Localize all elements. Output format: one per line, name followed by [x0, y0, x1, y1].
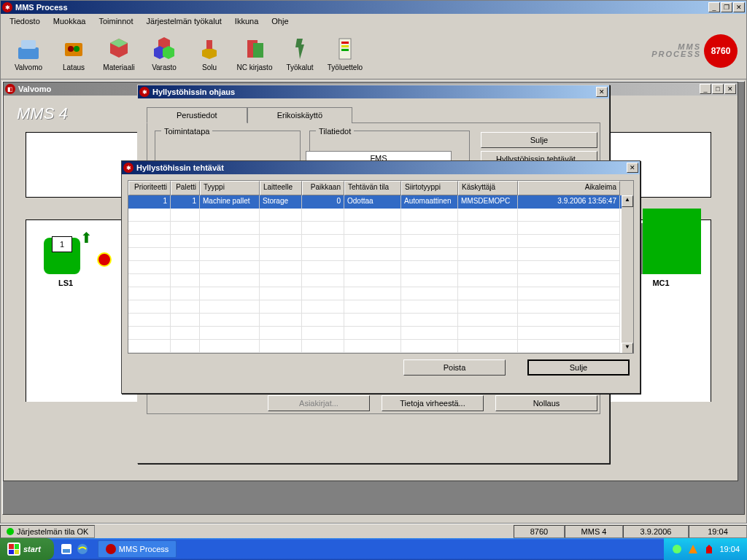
app-icon: ✱ [2, 2, 12, 12]
svg-rect-2 [65, 43, 82, 56]
mdi-area: ◧ Valvomo _ □ ✕ MMS 4 1 LS1 ⬆ [2, 81, 745, 515]
start-label: start [23, 545, 41, 553]
menu-tiedosto[interactable]: Tiedosto [4, 15, 46, 27]
brand: MMSPROCESS 8760 [651, 34, 738, 68]
ohjaus-title: Hyllystöhissin ohjaus [152, 88, 596, 96]
asiakirjat-button[interactable]: Asiakirjat... [268, 395, 370, 411]
menu-jarjestelman-tyokalut[interactable]: Järjestelmän työkalut [141, 15, 228, 27]
taskbar-app-button[interactable]: MMS Process [98, 540, 177, 558]
grid-row-selected[interactable]: 1 1 Machine pallet Storage 0 Odottaa Aut… [128, 195, 633, 209]
toolbar-valvomo[interactable]: Valvomo [7, 31, 50, 77]
valvomo-close[interactable]: ✕ [724, 84, 736, 94]
col-aikaleima[interactable]: Aikaleima [518, 181, 620, 195]
toolbar-nc-kirjasto[interactable]: NC kirjasto [233, 31, 276, 77]
toolbar-tyokalut[interactable]: Työkalut [278, 31, 322, 77]
col-paletti[interactable]: Paletti [171, 181, 200, 195]
grid-header: Prioriteetti Paletti Tyyppi Laitteelle P… [128, 181, 633, 195]
toolbar-varasto[interactable]: Varasto [142, 31, 186, 77]
app-title-bar: ✱ MMS Process _ ❐ ✕ [1, 1, 746, 14]
cell-laitteelle: Storage [260, 195, 302, 209]
windows-logo-icon [7, 542, 20, 556]
menu-toiminnot[interactable]: Toiminnot [93, 15, 139, 27]
ohjaus-icon: ✱ [139, 87, 150, 97]
ls1-label: LS1 [58, 279, 73, 287]
cell-paikkaan: 0 [302, 195, 344, 209]
valvomo-minimize[interactable]: _ [700, 84, 711, 94]
menu-ohje[interactable]: Ohje [266, 15, 294, 27]
cell-paletti: 1 [171, 195, 200, 209]
cell-kaskyttaja: MMSDEMOPC [458, 195, 518, 209]
svg-marker-10 [202, 47, 217, 59]
tehtavat-title: Hyllystöhissin tehtävät [136, 163, 627, 172]
close-button[interactable]: ✕ [733, 2, 745, 12]
show-desktop-icon[interactable] [60, 542, 73, 556]
start-button[interactable]: start [0, 538, 54, 560]
col-laitteelle[interactable]: Laitteelle [260, 181, 302, 195]
ohjaus-close[interactable]: ✕ [596, 87, 608, 97]
arrow-up-icon: ⬆ [80, 229, 93, 246]
tab-perustiedot[interactable]: Perustiedot [147, 107, 247, 123]
app-window: ✱ MMS Process _ ❐ ✕ Tiedosto Muokkaa Toi… [0, 0, 747, 524]
task-app-icon [106, 544, 116, 554]
nollaus-button[interactable]: Nollaus [495, 395, 597, 411]
toolbar-lataus[interactable]: Lataus [52, 31, 96, 77]
svg-rect-16 [341, 42, 349, 44]
menu-bar: Tiedosto Muokkaa Toiminnot Järjestelmän … [1, 14, 746, 28]
toolbar-tyoluettelo[interactable]: Työluettelo [323, 31, 367, 77]
scroll-down-icon[interactable]: ▼ [622, 343, 633, 354]
cell-tyyppi: Machine pallet [200, 195, 260, 209]
cell-aikaleima: 3.9.2006 13:56:47 [518, 195, 620, 209]
tray-icon-2[interactable] [687, 543, 699, 555]
quick-launch [60, 542, 89, 556]
app-title: MMS Process [15, 3, 708, 12]
tehtavat-title-bar: ✱ Hyllystöhissin tehtävät ✕ [122, 161, 640, 174]
poista-button[interactable]: Poista [403, 359, 506, 376]
toimintatapa-legend: Toimintatapa [161, 127, 212, 136]
toolbar: Valvomo Lataus Materiaali Varasto Solu N… [1, 28, 746, 79]
svg-rect-11 [206, 40, 212, 49]
minimize-button[interactable]: _ [708, 2, 720, 12]
cell-tila: Odottaa [344, 195, 401, 209]
taskbar: start MMS Process 19:04 [0, 538, 747, 560]
tietoja-button[interactable]: Tietoja virheestä... [382, 395, 484, 411]
tab-erikoiskaytto[interactable]: Erikoiskäyttö [247, 107, 352, 123]
tasks-grid[interactable]: Prioriteetti Paletti Tyyppi Laitteelle P… [128, 180, 634, 354]
svg-rect-20 [63, 549, 70, 553]
valvomo-icon: ◧ [5, 84, 15, 94]
valvomo-maximize[interactable]: □ [712, 84, 724, 94]
svg-rect-18 [341, 49, 349, 51]
ie-icon[interactable] [76, 542, 89, 556]
col-siirtotyyppi[interactable]: Siirtotyyppi [401, 181, 458, 195]
menu-ikkuna[interactable]: Ikkuna [229, 15, 264, 27]
grid-scrollbar[interactable]: ▲ ▼ [622, 195, 633, 354]
maximize-button[interactable]: ❐ [721, 2, 732, 12]
toolbar-solu[interactable]: Solu [187, 31, 231, 77]
estop-icon [97, 252, 112, 267]
system-tray: 19:04 [664, 538, 747, 560]
cell-prioriteetti: 1 [128, 195, 171, 209]
svg-marker-14 [295, 39, 304, 59]
task-app-label: MMS Process [119, 545, 169, 553]
tray-icon-1[interactable] [671, 543, 683, 555]
machine-mc1[interactable]: MC1 [643, 223, 694, 287]
col-tehtavan-tila[interactable]: Tehtävän tila [344, 181, 401, 195]
col-paikkaan[interactable]: Paikkaan [302, 181, 344, 195]
status-date: 3.9.2006 [623, 525, 689, 538]
sulje-button[interactable]: Sulje [481, 132, 597, 148]
tehtavat-close[interactable]: ✕ [627, 163, 638, 173]
toolbar-materiaali[interactable]: Materiaali [97, 31, 141, 77]
ls1-number: 1 [52, 236, 72, 252]
status-led-icon [7, 528, 14, 535]
status-time: 19:04 [689, 525, 747, 538]
menu-muokkaa[interactable]: Muokkaa [47, 15, 92, 27]
tehtavat-window: ✱ Hyllystöhissin tehtävät ✕ Prioriteetti… [121, 160, 640, 394]
tilatiedot-legend: Tilatiedot [316, 127, 354, 136]
scroll-up-icon[interactable]: ▲ [622, 195, 633, 207]
cell-siirto: Automaattinen [401, 195, 458, 209]
tehtavat-sulje-button[interactable]: Sulje [527, 359, 630, 376]
col-prioriteetti[interactable]: Prioriteetti [128, 181, 171, 195]
col-tyyppi[interactable]: Tyyppi [200, 181, 260, 195]
status-bar: Järjestelmän tila OK 8760 MMS 4 3.9.2006… [0, 524, 747, 538]
tray-icon-3[interactable] [703, 543, 715, 555]
col-kaskyttaja[interactable]: Käskyttäjä [458, 181, 518, 195]
